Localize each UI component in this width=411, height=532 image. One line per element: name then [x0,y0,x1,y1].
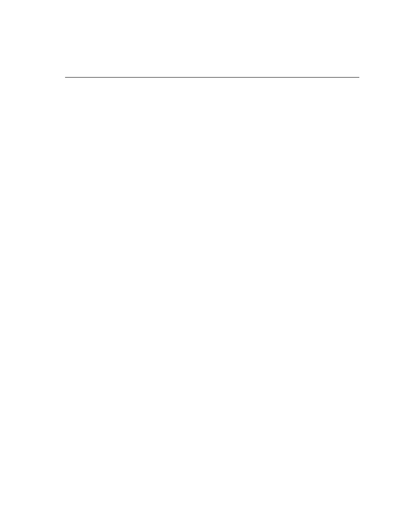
horizontal-rule [65,77,359,78]
document-page [0,0,411,532]
